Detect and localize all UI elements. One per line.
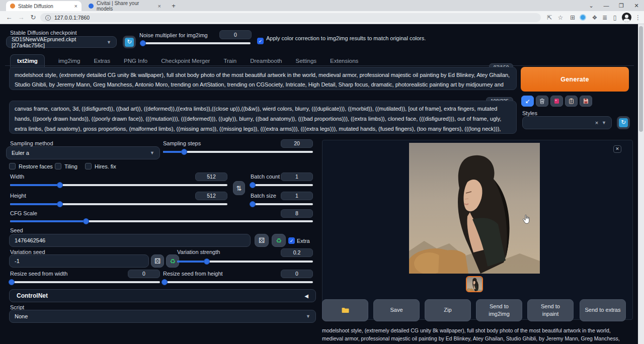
floppy-save-icon: [583, 98, 589, 104]
cfg-scale-label: CFG Scale: [10, 210, 37, 216]
sampling-steps-input[interactable]: 20: [281, 139, 313, 148]
restore-faces-checkbox[interactable]: [9, 163, 16, 169]
open-folder-button[interactable]: [322, 299, 368, 321]
send-to-inpaint-button[interactable]: Send to inpaint: [527, 299, 574, 321]
clear-styles-icon[interactable]: ×: [595, 120, 598, 126]
styles-dropdown[interactable]: × ▼: [522, 116, 612, 129]
forward-icon[interactable]: →: [16, 13, 26, 23]
close-tab-icon[interactable]: ×: [70, 3, 77, 9]
batch-size-slider[interactable]: [251, 203, 313, 205]
script-dropdown[interactable]: None ▼: [9, 310, 316, 323]
kebab-menu-icon[interactable]: ⋮: [633, 13, 643, 23]
extra-seed-checkbox[interactable]: ✓: [288, 237, 295, 244]
page-scrollbar[interactable]: [638, 24, 644, 344]
send-to-img2img-button[interactable]: Send to img2img: [476, 299, 522, 321]
browser-tab-stable-diffusion[interactable]: Stable Diffusion ×: [6, 1, 82, 11]
batch-count-input[interactable]: 1: [281, 173, 313, 181]
browser-tab-civitai[interactable]: Civitai | Share your models ×: [85, 1, 165, 11]
resize-seed-height-input[interactable]: 0: [281, 270, 313, 278]
extension-grid-icon[interactable]: ⊞: [568, 13, 578, 23]
back-icon[interactable]: ←: [4, 13, 14, 23]
height-input[interactable]: 512: [195, 192, 227, 200]
send-to-extras-button[interactable]: Send to extras: [580, 299, 626, 321]
scrollbar-thumb[interactable]: [639, 26, 643, 132]
browser-tab-title: Civitai | Share your models: [97, 1, 154, 12]
random-variation-seed-button[interactable]: ⚄: [151, 254, 164, 268]
zip-button[interactable]: Zip: [425, 299, 471, 321]
close-gallery-icon[interactable]: ✕: [613, 145, 621, 153]
chrome-menu-chevron-icon[interactable]: ⌄: [584, 0, 599, 11]
color-correction-checkbox[interactable]: ✓: [257, 38, 264, 44]
close-window-button[interactable]: ✕: [629, 0, 644, 11]
height-slider[interactable]: [10, 203, 227, 205]
minimize-button[interactable]: —: [599, 0, 614, 11]
clear-prompt-button[interactable]: [536, 96, 548, 107]
folder-icon: [342, 307, 349, 313]
variation-seed-input[interactable]: -1: [9, 254, 149, 268]
hires-fix-checkbox[interactable]: [85, 163, 92, 169]
refresh-icon: ↻: [125, 38, 134, 47]
extra-networks-card-icon: [554, 98, 559, 104]
batch-count-slider[interactable]: [251, 184, 313, 186]
reuse-seed-button[interactable]: ♻: [272, 234, 286, 247]
save-button[interactable]: Save: [373, 299, 420, 321]
extra-seed-label: Extra: [297, 238, 310, 244]
extension-blue-icon[interactable]: [580, 14, 586, 21]
width-input[interactable]: 512: [195, 173, 227, 181]
cfg-scale-input[interactable]: 8: [281, 209, 313, 218]
cfg-scale-slider[interactable]: [10, 220, 313, 222]
side-panel-icon[interactable]: ▯: [610, 13, 620, 23]
new-tab-button[interactable]: +: [169, 2, 178, 11]
generated-image[interactable]: [409, 143, 540, 274]
color-correction-label: Apply color correction to img2img result…: [266, 35, 447, 42]
noise-multiplier-input[interactable]: 0: [219, 30, 252, 39]
negative-prompt-textarea[interactable]: canvas frame, cartoon, 3d, ((disfigured)…: [9, 101, 517, 134]
batch-size-input[interactable]: 1: [281, 192, 313, 200]
extensions-puzzle-icon[interactable]: ❖: [590, 13, 600, 23]
sampling-steps-slider[interactable]: [163, 151, 313, 153]
checkpoint-label: Stable Diffusion checkpoint: [10, 30, 77, 36]
width-slider[interactable]: [10, 184, 227, 186]
stable-diffusion-webui: Stable Diffusion checkpoint SD15NewVAEpr…: [0, 24, 638, 344]
browser-tab-title: Stable Diffusion: [18, 4, 53, 9]
prompt-textarea[interactable]: modelshoot style, (extremely detailed CG…: [9, 67, 517, 90]
read-generation-params-button[interactable]: ↙: [521, 96, 534, 107]
styles-label: Styles: [522, 110, 537, 116]
site-info-icon[interactable]: i: [45, 15, 51, 21]
apply-style-button[interactable]: [565, 96, 578, 107]
reading-list-icon[interactable]: ≣: [600, 13, 610, 23]
bookmark-star-icon[interactable]: ☆: [555, 13, 566, 23]
share-icon[interactable]: ⇱: [544, 13, 554, 23]
resize-seed-height-slider[interactable]: [163, 281, 313, 283]
refresh-checkpoint-button[interactable]: ↻: [123, 36, 136, 48]
gallery-thumbnail[interactable]: [466, 276, 483, 292]
noise-multiplier-slider[interactable]: [142, 42, 251, 44]
variation-strength-input[interactable]: 0.2: [281, 248, 313, 257]
random-seed-button[interactable]: ⚄: [255, 234, 269, 247]
restore-button[interactable]: ❐: [614, 0, 629, 11]
profile-avatar[interactable]: [622, 13, 631, 22]
batch-size-label: Batch size: [251, 193, 276, 199]
output-gallery: ✕: [322, 140, 633, 320]
chevron-down-icon: ▼: [306, 314, 310, 319]
show-extra-networks-button[interactable]: [550, 96, 563, 107]
close-tab-icon[interactable]: ×: [154, 3, 161, 9]
sampling-method-dropdown[interactable]: Euler a ▼: [6, 146, 160, 159]
swap-dimensions-button[interactable]: ⇅: [233, 181, 245, 195]
resize-seed-width-slider[interactable]: [10, 281, 160, 283]
dice-icon: ⚄: [259, 236, 265, 244]
tiling-checkbox[interactable]: [55, 163, 61, 169]
generate-button[interactable]: Generate: [521, 67, 629, 92]
tab-divider: [5, 65, 634, 66]
address-bar[interactable]: i 127.0.0.1:7860: [40, 13, 541, 22]
mouse-cursor: [522, 214, 531, 226]
resize-seed-width-input[interactable]: 0: [128, 270, 160, 278]
checkpoint-dropdown[interactable]: SD15NewVAEpruned.ckpt [27a4ac756c] ▼: [6, 36, 117, 48]
clipboard-icon: [569, 98, 574, 104]
reload-icon[interactable]: ↻: [28, 13, 38, 23]
variation-strength-slider[interactable]: [177, 261, 313, 263]
refresh-styles-button[interactable]: ↻: [617, 116, 630, 129]
seed-input[interactable]: 1476462546: [9, 234, 251, 247]
save-style-button[interactable]: [580, 96, 592, 107]
controlnet-accordion[interactable]: ControlNet ◀: [9, 289, 316, 302]
